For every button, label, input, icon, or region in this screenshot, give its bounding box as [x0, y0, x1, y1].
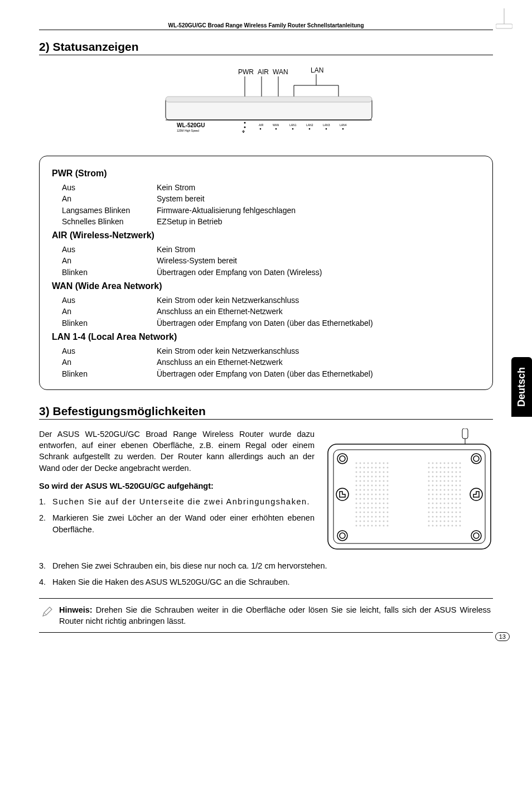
- svg-point-159: [356, 520, 357, 522]
- lan-heading: LAN 1-4 (Local Area Network): [52, 332, 480, 342]
- svg-point-86: [387, 480, 389, 482]
- svg-point-208: [444, 475, 446, 477]
- svg-point-89: [364, 484, 365, 486]
- svg-point-125: [364, 502, 365, 504]
- note-box: Hinweis: Drehen Sie die Schrauben weiter…: [39, 598, 493, 633]
- svg-point-88: [360, 484, 361, 486]
- svg-point-162: [367, 520, 369, 522]
- svg-point-272: [448, 507, 449, 508]
- svg-point-197: [436, 471, 438, 473]
- svg-point-138: [379, 507, 381, 508]
- svg-point-281: [448, 511, 449, 513]
- status-group: AIR (Wireless-Netzwerk) AusKein Strom An…: [52, 230, 480, 278]
- svg-text:AIR: AIR: [259, 123, 264, 127]
- svg-point-282: [452, 511, 453, 513]
- svg-point-168: [356, 524, 357, 526]
- svg-point-190: [444, 466, 446, 468]
- status-label: An: [62, 255, 157, 266]
- svg-point-269: [436, 507, 438, 508]
- svg-point-40: [473, 533, 479, 538]
- svg-point-241: [432, 493, 434, 495]
- svg-point-167: [387, 520, 389, 522]
- svg-point-70: [360, 475, 361, 477]
- status-desc: Übertragen oder Empfang von Daten (über …: [157, 317, 480, 329]
- svg-point-108: [367, 493, 369, 495]
- svg-point-126: [367, 502, 369, 504]
- svg-point-109: [371, 493, 373, 495]
- svg-point-68: [387, 471, 389, 473]
- svg-point-72: [367, 475, 369, 477]
- svg-point-307: [444, 524, 446, 526]
- svg-point-164: [375, 520, 377, 522]
- router-underside-diagram: [326, 429, 493, 553]
- status-desc: Kein Strom: [157, 182, 480, 193]
- svg-text:WAN: WAN: [273, 123, 279, 127]
- svg-point-204: [428, 475, 430, 477]
- svg-point-220: [456, 480, 457, 482]
- svg-point-151: [360, 516, 361, 517]
- svg-point-286: [432, 516, 434, 517]
- svg-point-146: [375, 511, 377, 513]
- svg-point-211: [456, 475, 457, 477]
- svg-point-47: [375, 462, 377, 464]
- svg-point-249: [428, 498, 430, 499]
- svg-point-310: [456, 524, 457, 526]
- svg-point-299: [448, 520, 449, 522]
- corner-decoration: [496, 8, 512, 33]
- svg-point-130: [383, 502, 385, 504]
- svg-point-225: [440, 484, 442, 486]
- svg-point-186: [428, 466, 430, 468]
- svg-point-268: [432, 507, 434, 508]
- status-desc: Wireless-System bereit: [157, 255, 480, 266]
- status-label: Blinken: [62, 368, 157, 379]
- svg-point-205: [432, 475, 434, 477]
- svg-point-206: [436, 475, 438, 477]
- svg-point-173: [375, 524, 377, 526]
- svg-point-279: [440, 511, 442, 513]
- status-label: Langsames Blinken: [62, 205, 157, 216]
- svg-point-114: [356, 498, 357, 499]
- svg-point-28: [342, 128, 344, 130]
- status-label: Schnelles Blinken: [62, 216, 157, 227]
- svg-point-103: [383, 489, 385, 490]
- svg-point-284: [460, 511, 461, 513]
- svg-point-94: [383, 484, 385, 486]
- svg-point-124: [360, 502, 361, 504]
- svg-point-107: [364, 493, 365, 495]
- svg-point-24: [309, 128, 311, 130]
- svg-point-169: [360, 524, 361, 526]
- svg-point-62: [364, 471, 365, 473]
- svg-point-78: [356, 480, 357, 482]
- svg-point-60: [356, 471, 357, 473]
- svg-point-111: [379, 493, 381, 495]
- svg-point-105: [356, 493, 357, 495]
- air-heading: AIR (Wireless-Netzwerk): [52, 230, 480, 240]
- svg-point-296: [436, 520, 438, 522]
- svg-point-22: [292, 128, 294, 130]
- svg-point-263: [448, 502, 449, 504]
- svg-point-71: [364, 475, 365, 477]
- svg-rect-31: [328, 444, 491, 549]
- svg-point-177: [428, 462, 430, 464]
- status-label: Aus: [62, 182, 157, 193]
- svg-point-252: [440, 498, 442, 499]
- svg-point-51: [356, 466, 357, 468]
- svg-point-248: [460, 493, 461, 495]
- svg-point-257: [460, 498, 461, 499]
- svg-point-119: [375, 498, 377, 499]
- svg-point-274: [456, 507, 457, 508]
- svg-point-273: [452, 507, 453, 508]
- svg-point-207: [440, 475, 442, 477]
- list-text: Markieren Sie zwei Löcher an der Wand od…: [52, 512, 315, 536]
- svg-point-79: [360, 480, 361, 482]
- svg-point-50: [387, 462, 389, 464]
- svg-point-137: [375, 507, 377, 508]
- svg-point-311: [460, 524, 461, 526]
- svg-point-289: [444, 516, 446, 517]
- svg-point-34: [340, 456, 345, 461]
- svg-line-314: [44, 613, 46, 615]
- svg-point-180: [440, 462, 442, 464]
- svg-point-260: [436, 502, 438, 504]
- svg-point-306: [440, 524, 442, 526]
- list-item: 4.Haken Sie die Haken des ASUS WL520GU/G…: [39, 576, 493, 588]
